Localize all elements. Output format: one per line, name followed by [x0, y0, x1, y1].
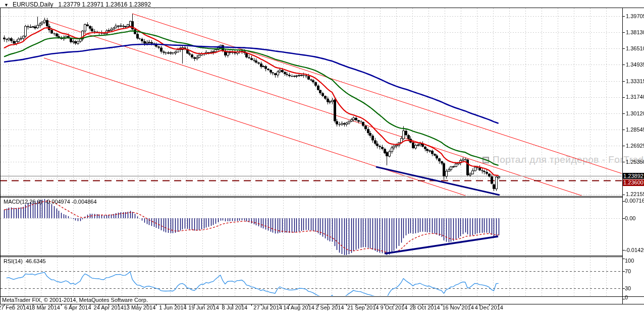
chart-canvas[interactable] [0, 0, 644, 312]
metatrader-chart-window: { "window": { "collapse_icon": "▼", "tit… [0, 0, 644, 312]
chevron-down-icon[interactable]: ▼ [4, 3, 9, 8]
